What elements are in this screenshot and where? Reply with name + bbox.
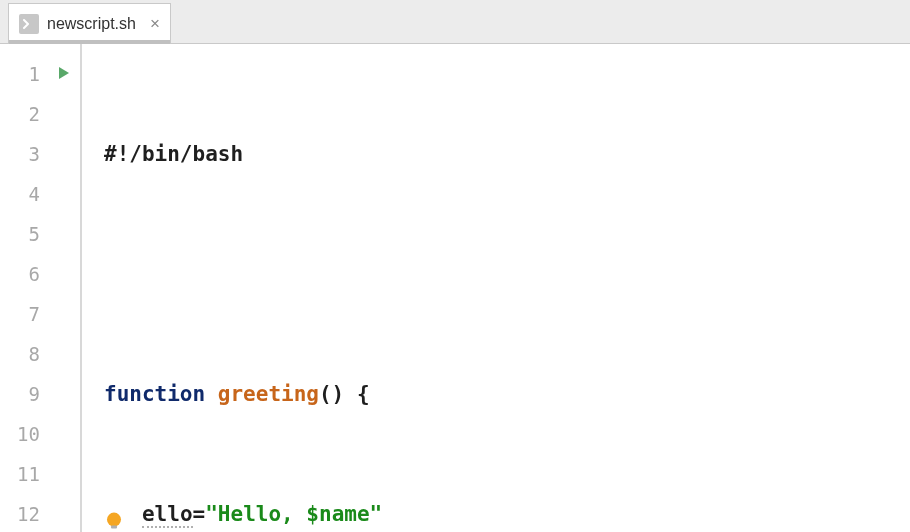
editor: 1 2 3 4 5 6 7 8 9 10 11 12 #!/bin/bash f… (0, 44, 910, 532)
string-close: " (370, 502, 383, 526)
line-number-gutter: 1 2 3 4 5 6 7 8 9 10 11 12 (0, 44, 48, 532)
line-number: 9 (0, 374, 48, 414)
line-number: 8 (0, 334, 48, 374)
code-line: function greeting() { (82, 374, 910, 414)
line-number: 3 (0, 134, 48, 174)
lightbulb-icon[interactable] (104, 504, 124, 524)
string-open: " (205, 502, 218, 526)
keyword-function: function (104, 382, 205, 406)
code-line: #!/bin/bash (82, 134, 910, 174)
punctuation: () { (319, 382, 370, 406)
file-tab[interactable]: newscript.sh × (8, 3, 171, 43)
line-number: 6 (0, 254, 48, 294)
terminal-icon (19, 14, 39, 34)
line-number: 7 (0, 294, 48, 334)
code-line (82, 254, 910, 294)
line-number: 11 (0, 454, 48, 494)
svg-point-0 (107, 513, 121, 527)
run-gutter (48, 44, 80, 532)
line-number: 12 (0, 494, 48, 532)
tab-filename: newscript.sh (47, 15, 136, 33)
string-text: Hello, (218, 502, 307, 526)
close-icon[interactable]: × (150, 15, 160, 32)
line-number: 4 (0, 174, 48, 214)
function-name: greeting (218, 382, 319, 406)
shebang: #!/bin/bash (104, 142, 243, 166)
code-area[interactable]: #!/bin/bash function greeting() { hello=… (82, 44, 910, 532)
line-number: 5 (0, 214, 48, 254)
line-number: 10 (0, 414, 48, 454)
svg-rect-1 (111, 526, 117, 529)
line-number: 1 (0, 54, 48, 94)
line-number: 2 (0, 94, 48, 134)
string-var: $name (306, 502, 369, 526)
equals: = (193, 502, 206, 526)
variable: ello (142, 502, 193, 528)
code-line: hello="Hello, $name" (82, 494, 910, 532)
tab-bar: newscript.sh × (0, 0, 910, 44)
run-icon[interactable] (56, 62, 72, 86)
